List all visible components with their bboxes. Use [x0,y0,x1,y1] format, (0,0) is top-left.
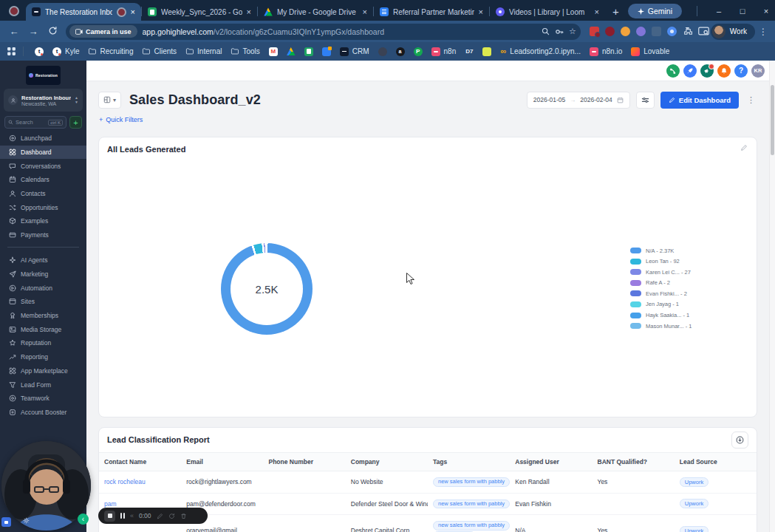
webcam-settings[interactable] [23,517,30,524]
extension-icon-5[interactable] [652,27,661,36]
forward-button[interactable]: → [24,26,42,37]
sidebar-item-reporting[interactable]: Reporting [0,350,86,364]
bookmark-kyle[interactable]: tKyle [48,47,83,56]
help-icon[interactable]: ? [734,64,748,78]
contact-link[interactable]: rock rocheleau [104,478,146,485]
restart-icon[interactable] [168,513,175,519]
phone-icon[interactable] [666,64,680,78]
bookmark-n8n[interactable]: n8n [427,47,461,56]
bookmark-crm[interactable]: CRM [335,47,374,56]
bookmark-star-icon[interactable]: ☆ [569,27,576,36]
bookmark-drive[interactable] [282,47,300,56]
browser-tab-referral-partner-marketing-pr[interactable]: Referral Partner Marketing Pr× [374,3,489,21]
sidebar-add-button[interactable]: + [69,116,82,129]
sidebar-item-marketing[interactable]: Marketing [0,267,86,282]
sidebar-item-opportunities[interactable]: Opportunities [0,200,86,214]
edit-dashboard-button[interactable]: Edit Dashboard [660,92,739,109]
close-window-button[interactable]: × [757,7,775,16]
legend-item-evan-fishki[interactable]: Evan Fishki... - 2 [630,290,692,296]
sidebar-item-ai-agents[interactable]: AI Agents [0,253,86,267]
megaphone-icon[interactable] [700,64,714,78]
restart-recording-icon[interactable]: « [130,513,134,519]
bookmark-clients[interactable]: Clients [137,47,181,55]
sidebar-item-account-booster[interactable]: Account Booster [0,406,86,420]
extension-icon-2[interactable] [605,27,615,36]
apps-grid-icon[interactable] [7,47,16,56]
dashboard-switcher-button[interactable]: ▾ [98,92,121,109]
delete-recording-icon[interactable] [180,513,187,519]
sidebar-item-launchpad[interactable]: Launchpad [0,132,86,146]
bookmark-leadsorting2-0-ipyn[interactable]: ∞Leadsorting2.0.ipyn... [496,47,584,56]
browser-profile-button[interactable]: Work [711,24,755,40]
address-bar[interactable]: Camera in use app.gohighlevel.com/v2/loc… [66,24,581,40]
account-switcher[interactable]: Restoration Inbound Newcastle, WA ▲▼ [4,89,83,112]
widget-edit-button[interactable] [740,144,748,151]
bookmark-t-circle[interactable]: t [30,47,48,56]
sidebar-item-sites[interactable]: Sites [0,295,86,309]
bookmark-tools[interactable]: Tools [226,47,264,55]
pause-recording-button[interactable] [120,513,125,519]
sidebar-search-input[interactable]: Search ctrl K [4,116,66,129]
browser-tab-my-drive-google-drive[interactable]: My Drive - Google Drive× [258,3,373,21]
reload-button[interactable] [44,26,61,38]
chat-widget-icon[interactable] [1,517,11,527]
bookmark-asterisk[interactable] [478,47,496,56]
minimize-button[interactable]: – [709,7,728,16]
draw-tool-icon[interactable] [157,513,163,519]
sidebar-item-dashboard[interactable]: Dashboard [0,146,86,160]
gemini-button[interactable]: Gemini [628,4,682,18]
browser-tab-the-restoration-inbound[interactable]: The Restoration Inbound× [26,3,141,21]
bookmark-lovable[interactable]: Lovable [627,47,674,56]
user-avatar[interactable]: KR [751,64,765,78]
extension-icon-3[interactable] [621,27,630,36]
sidebar-item-automation[interactable]: Automation [0,281,86,295]
date-range-picker[interactable]: 2026-01-05 → 2026-02-04 [527,92,630,109]
tab-close-icon[interactable]: × [363,8,367,16]
tab-close-icon[interactable]: × [247,8,251,16]
legend-item-jen-jayag[interactable]: Jen Jayag - 1 [630,301,692,307]
stop-recording-button[interactable] [104,511,115,522]
legend-item-karen-lei-c[interactable]: Karen Lei C... - 27 [630,269,692,275]
sidebar-item-app-marketplace[interactable]: App Marketplace [0,364,86,378]
download-report-button[interactable] [731,432,748,449]
zoom-icon[interactable] [542,27,550,35]
legend-item-leon-tan[interactable]: Leon Tan - 92 [630,259,692,265]
legend-item-rafe-a[interactable]: Rafe A - 2 [630,280,692,286]
sidebar-item-conversations[interactable]: Conversations [0,159,86,173]
tab-close-icon[interactable]: × [595,8,599,16]
sidebar-item-media-storage[interactable]: Media Storage [0,322,86,336]
bookmark-recruiting[interactable]: Recruiting [83,47,137,55]
rocket-icon[interactable] [683,64,697,78]
sidebar-item-examples[interactable]: Examples [0,214,86,228]
contact-link[interactable]: pam [104,500,117,508]
extension-icon-6[interactable] [667,27,677,36]
bookmark-a-circle[interactable]: a [392,47,409,56]
webcam-collapse-button[interactable]: ‹ [78,514,89,525]
bookmark-d7[interactable]: D7 [460,47,478,56]
sidebar-item-contacts[interactable]: Contacts [0,187,86,201]
donut-chart[interactable]: 2.5K [221,243,313,335]
legend-item-hayk-saakia[interactable]: Hayk Saakia... - 1 [630,312,692,318]
new-tab-button[interactable]: + [612,6,619,17]
bookmark-n8n-io[interactable]: n8n.io [585,47,627,56]
sidebar-item-lead-form[interactable]: Lead Form [0,378,86,392]
bookmark-globe-dark[interactable] [374,47,392,56]
legend-item-mason-munar[interactable]: Mason Munar... - 1 [630,323,692,329]
bookmark-gmail[interactable]: M [264,47,282,56]
scrollbar-thumb[interactable] [771,85,774,155]
maximize-button[interactable]: □ [733,7,752,16]
extensions-puzzle-icon[interactable] [683,27,692,36]
back-button[interactable]: ← [5,26,23,37]
sidebar-item-memberships[interactable]: Memberships [0,309,86,323]
tab-close-icon[interactable]: × [479,8,483,16]
screen-capture-icon[interactable] [698,27,709,36]
bookmark-sheets[interactable] [300,47,318,56]
camera-in-use-chip[interactable]: Camera in use [69,25,137,38]
password-key-icon[interactable] [555,27,564,36]
sidebar-item-payments[interactable]: Payments [0,228,86,242]
browser-tab-weekly-sync-2026-google-s[interactable]: Weekly_Sync_2026 - Google S× [142,3,257,21]
bookmark-docs-badge[interactable] [318,47,335,56]
sidebar-item-teamwork[interactable]: Teamwork [0,392,86,406]
bookmark-pabbly[interactable]: P [409,47,427,56]
legend-item-n-a[interactable]: N/A - 2.37K [630,248,692,253]
